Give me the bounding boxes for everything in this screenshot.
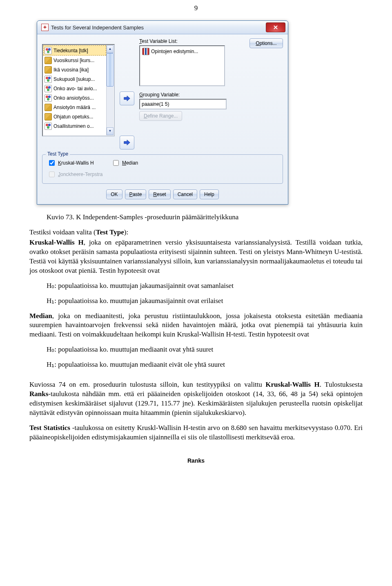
reset-button[interactable]: Reset (149, 189, 170, 199)
scroll-up-icon[interactable]: ▲ (107, 45, 114, 53)
ranks-table-heading: Ranks (29, 457, 363, 465)
median-checkbox[interactable]: Median (111, 159, 138, 167)
options-button[interactable]: Options... (249, 38, 283, 48)
dialog-button-row: OK Paste Reset Cancel Help (42, 189, 283, 202)
hypothesis-h1: H₁: populaatioissa ko. muuttujan jakauma… (29, 296, 363, 306)
grouping-variable-label: Grouping Variable: (139, 92, 242, 98)
titlebar: ✦ Tests for Several Independent Samples (37, 21, 288, 34)
paste-button[interactable]: Paste (125, 189, 147, 199)
figure-caption: Kuvio 73. K Independent-Samples -prosedu… (29, 213, 363, 222)
source-variable-list[interactable]: Tiedekunta [tdk]Vuosikurssi [kurs...Ikä … (42, 44, 115, 136)
nominal-icon (45, 123, 52, 130)
scale-icon (45, 57, 52, 64)
scale-icon (45, 66, 52, 74)
test-variable-list[interactable]: Opintojen edistymin... (139, 45, 225, 86)
kruskal-wallis-checkbox[interactable]: Kruskal-Wallis H (47, 159, 94, 167)
scale-icon (45, 104, 52, 111)
list-item[interactable]: Sukupuoli [sukup... (43, 74, 106, 84)
list-item[interactable]: Ansiotyön määrä ... (43, 102, 106, 112)
close-button[interactable] (266, 22, 285, 32)
hypothesis-h0: H₀: populaatioissa ko. muuttujan jakauma… (29, 281, 363, 291)
list-item[interactable]: Vuosikurssi [kurs... (43, 56, 106, 65)
list-item[interactable]: Tiedekunta [tdk] (43, 45, 106, 56)
nominal-icon (45, 94, 52, 102)
nominal-icon (45, 47, 52, 54)
test-type-legend: Test Type (46, 151, 70, 157)
hypothesis-h0: H₀: populaatioissa ko. muuttujan mediaan… (29, 345, 363, 354)
list-item[interactable]: Onko avo- tai avio... (43, 84, 106, 93)
list-item[interactable]: Onko ansiotyöss... (43, 93, 106, 102)
nominal-icon (45, 76, 52, 83)
document-text: Kuvio 73. K Independent-Samples -prosedu… (0, 213, 392, 481)
window-title: Tests for Several Independent Samples (51, 25, 266, 31)
scroll-down-icon[interactable]: ▼ (107, 127, 114, 135)
ok-button[interactable]: OK (106, 189, 122, 199)
list-item[interactable]: Osallistuminen o... (43, 121, 106, 131)
hypothesis-h1: H₁: populaatioissa ko. muuttujan mediaan… (29, 360, 363, 370)
scrollbar[interactable]: ▲ ▼ (106, 45, 114, 135)
move-to-grouping-button[interactable] (120, 136, 134, 149)
define-range-button: Define Range... (139, 111, 182, 121)
scroll-thumb[interactable] (107, 53, 114, 87)
list-item[interactable]: Ikä vuosina [ika] (43, 65, 106, 74)
help-button[interactable]: Help (200, 189, 219, 199)
arrow-right-icon (123, 95, 131, 102)
test-variable-list-label: Test Variable List: (139, 38, 242, 44)
app-icon: ✦ (41, 24, 49, 31)
scale-icon (45, 113, 52, 120)
cancel-button[interactable]: Cancel (173, 189, 197, 199)
bar-chart-icon (142, 48, 149, 55)
dialog-screenshot-container: ✦ Tests for Several Independent Samples … (37, 20, 392, 205)
jonckheere-checkbox: Jonckheere-Terpstra (47, 170, 102, 178)
arrow-right-icon (123, 139, 131, 146)
spss-dialog-window: ✦ Tests for Several Independent Samples … (37, 20, 288, 205)
grouping-variable-field[interactable]: paaaine(1 5) (139, 99, 227, 109)
list-item[interactable]: Ohjatun opetuks... (43, 112, 106, 121)
list-item: Opintojen edistymin... (151, 49, 198, 54)
page-number: 9 (0, 0, 392, 12)
move-to-test-list-button[interactable] (120, 91, 134, 105)
nominal-icon (45, 85, 52, 92)
test-type-group: Test Type Kruskal-Wallis H Median Jonckh… (42, 154, 283, 184)
